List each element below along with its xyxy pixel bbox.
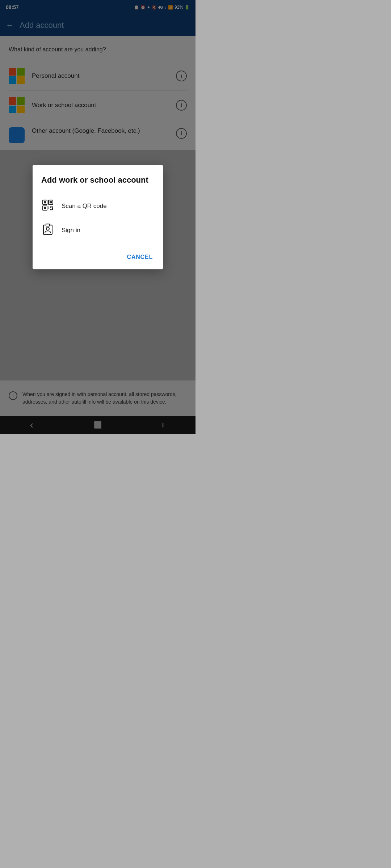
svg-rect-12 bbox=[50, 209, 51, 210]
svg-rect-3 bbox=[50, 201, 52, 203]
svg-rect-11 bbox=[52, 207, 53, 209]
svg-rect-13 bbox=[51, 209, 53, 210]
svg-rect-10 bbox=[50, 207, 51, 208]
svg-rect-8 bbox=[51, 206, 53, 207]
svg-rect-1 bbox=[44, 201, 46, 203]
scan-qr-option[interactable]: Scan a QR code bbox=[41, 194, 154, 218]
cancel-button[interactable]: CANCEL bbox=[126, 251, 154, 263]
sign-in-option[interactable]: Sign in bbox=[41, 218, 154, 242]
scan-qr-label: Scan a QR code bbox=[62, 203, 107, 210]
svg-rect-6 bbox=[49, 206, 49, 207]
svg-rect-5 bbox=[44, 207, 46, 209]
svg-rect-15 bbox=[46, 224, 50, 226]
sign-in-icon bbox=[41, 224, 54, 237]
dialog-actions: CANCEL bbox=[41, 248, 154, 263]
dialog-title: Add work or school account bbox=[41, 175, 154, 186]
svg-rect-7 bbox=[50, 206, 51, 207]
sign-in-label: Sign in bbox=[62, 227, 80, 234]
add-work-account-dialog: Add work or school account Scan bbox=[33, 165, 163, 269]
svg-point-16 bbox=[46, 227, 49, 230]
svg-rect-9 bbox=[49, 207, 49, 209]
qr-code-icon bbox=[41, 199, 54, 213]
